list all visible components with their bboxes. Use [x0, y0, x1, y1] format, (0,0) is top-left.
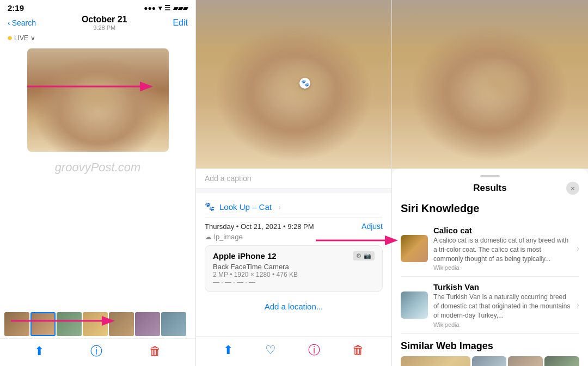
thumbnail[interactable]: [83, 312, 108, 336]
bottom-toolbar: ⬆ ⓘ 🗑: [0, 338, 195, 366]
device-specs: 2 MP • 1920 × 1280 • 476 KB: [213, 271, 375, 278]
back-button[interactable]: ‹ Search: [8, 18, 36, 27]
cloud-row: ☁ lp_image: [205, 233, 383, 241]
wifi-icon: ▾: [158, 4, 162, 12]
device-badge: ⚙ 📷: [353, 251, 375, 260]
turkish-title: Turkish Van: [433, 282, 571, 291]
right-panel: Results × Siri Knowledge Calico cat A ca…: [392, 0, 588, 366]
thumbnail[interactable]: [4, 312, 29, 336]
info-button-mid[interactable]: ⓘ: [308, 342, 320, 358]
turkish-source: Wikipedia: [433, 321, 571, 328]
paw-icon: 🐾: [205, 202, 215, 212]
live-chevron: ∨: [30, 34, 35, 42]
wifi-bars-icon: ☰: [164, 4, 170, 12]
info-button[interactable]: ⓘ: [90, 343, 102, 359]
thumbnail[interactable]: [135, 312, 160, 336]
web-image-0[interactable]: [401, 356, 470, 366]
siri-result-turkish[interactable]: Turkish Van The Turkish Van is a natural…: [401, 277, 579, 333]
drag-handle[interactable]: [480, 175, 500, 177]
device-box: Apple iPhone 12 ⚙ 📷 Back FaceTime Camera…: [205, 245, 383, 292]
badge-icon2: 📷: [364, 252, 371, 259]
device-title-row: Apple iPhone 12 ⚙ 📷: [213, 251, 375, 260]
lookup-row[interactable]: 🐾 Look Up – Cat ›: [205, 198, 383, 215]
cat-photo-main[interactable]: 🐾: [196, 0, 391, 169]
left-panel: 2:19 ●●● ▾ ☰ ▰▰▰ ‹ Search October 21 9:2…: [0, 0, 196, 366]
chevron-right-icon: ›: [278, 202, 281, 212]
date-row: Thursday • Oct 21, 2021 • 9:28 PM Adjust: [205, 220, 383, 233]
calico-source: Wikipedia: [433, 264, 571, 271]
nav-bar: ‹ Search October 21 9:28 PM Edit: [0, 14, 195, 33]
results-panel: Results × Siri Knowledge Calico cat A ca…: [392, 169, 588, 366]
web-images-title: Similar Web Images: [401, 340, 579, 352]
live-badge: LIVE ∨: [0, 33, 195, 44]
status-bar: 2:19 ●●● ▾ ☰ ▰▰▰: [0, 0, 195, 14]
live-label: LIVE: [14, 34, 28, 42]
thumbnail-selected[interactable]: [30, 312, 56, 336]
turkish-desc: The Turkish Van is a naturally occurring…: [433, 293, 571, 320]
caption-area: Add a caption: [196, 169, 391, 189]
calico-info: Calico cat A calico cat is a domestic ca…: [433, 226, 571, 271]
date-label: Thursday • Oct 21, 2021 • 9:28 PM: [205, 222, 314, 231]
live-dot: [8, 36, 12, 40]
siri-section-title: Siri Knowledge: [401, 202, 579, 215]
divider: [205, 217, 383, 218]
delete-button[interactable]: 🗑: [149, 344, 161, 358]
add-location-button[interactable]: Add a location...: [205, 296, 383, 317]
turkish-info: Turkish Van The Turkish Van is a natural…: [433, 282, 571, 327]
cat-face: [27, 48, 169, 152]
thumbnail-strip: [0, 310, 195, 338]
paw-cursor: 🐾: [299, 78, 310, 89]
close-icon: ×: [571, 184, 575, 193]
camera-label: Back FaceTime Camera: [213, 263, 375, 271]
calico-thumbnail: [401, 235, 428, 262]
web-image-3[interactable]: [544, 356, 579, 366]
battery-icon: ▰▰▰: [173, 4, 188, 12]
adjust-button[interactable]: Adjust: [362, 222, 383, 231]
web-image-1[interactable]: [472, 356, 507, 366]
nav-time: 9:28 PM: [82, 24, 127, 31]
bottom-toolbar-middle: ⬆ ♡ ⓘ 🗑: [196, 336, 391, 366]
device-specs-extra: — · — · — · —: [213, 278, 375, 286]
status-time: 2:19: [8, 3, 24, 13]
thumbnail[interactable]: [161, 312, 186, 336]
siri-result-calico[interactable]: Calico cat A calico cat is a domestic ca…: [401, 220, 579, 277]
chevron-left-icon: ‹: [8, 18, 10, 27]
edit-button[interactable]: Edit: [173, 18, 188, 28]
share-button-mid[interactable]: ⬆: [223, 343, 233, 357]
close-button[interactable]: ×: [566, 182, 579, 195]
cat-photo-right: [392, 0, 588, 169]
watermark: groovyPost.com: [0, 156, 195, 179]
calico-title: Calico cat: [433, 226, 571, 235]
results-header: Results ×: [401, 182, 579, 195]
delete-button-mid[interactable]: 🗑: [352, 343, 364, 357]
signal-icon: ●●●: [144, 4, 156, 12]
turkish-chevron: ›: [577, 300, 579, 310]
nav-title: October 21 9:28 PM: [82, 15, 127, 31]
cloud-label: lp_image: [214, 233, 243, 241]
caption-placeholder[interactable]: Add a caption: [205, 174, 252, 183]
calico-desc: A calico cat is a domestic cat of any br…: [433, 236, 571, 263]
calico-chevron: ›: [577, 244, 579, 253]
cat-photo-small[interactable]: [27, 48, 169, 152]
heart-button[interactable]: ♡: [265, 343, 276, 357]
results-title: Results: [414, 183, 566, 194]
web-image-2[interactable]: [508, 356, 543, 366]
share-button[interactable]: ⬆: [34, 344, 44, 358]
badge-icon: ⚙: [356, 252, 362, 259]
turkish-thumbnail: [401, 291, 428, 319]
thumbnail[interactable]: [109, 312, 134, 336]
back-label: Search: [12, 18, 36, 27]
status-icons: ●●● ▾ ☰ ▰▰▰: [144, 4, 188, 12]
thumbnail[interactable]: [57, 312, 82, 336]
web-images-grid: [401, 356, 579, 366]
cloud-icon: ☁: [205, 233, 212, 241]
lookup-label: Look Up – Cat: [219, 202, 272, 212]
middle-panel: 🐾 Add a caption 🐾 Look Up – Cat › Thursd…: [196, 0, 392, 366]
nav-date: October 21: [82, 15, 127, 24]
device-name: Apple iPhone 12: [213, 251, 277, 260]
info-section: 🐾 Look Up – Cat › Thursday • Oct 21, 202…: [196, 193, 391, 336]
